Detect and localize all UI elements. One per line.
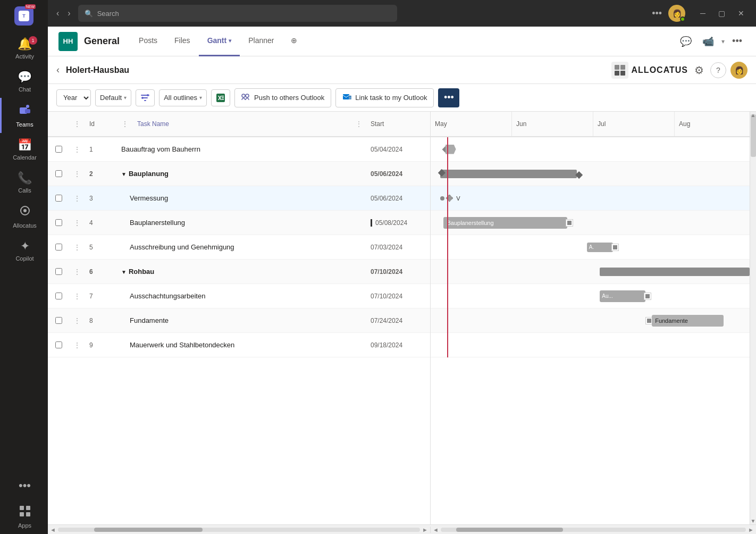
row-7-dots[interactable]: ⋮ — [69, 292, 85, 301]
row-2-dots[interactable]: ⋮ — [69, 170, 85, 178]
sidebar-item-chat[interactable]: 💬 Chat — [0, 65, 48, 98]
more-options-button[interactable]: ••• — [650, 6, 664, 21]
allocatus-brand: ALLOCATUS — [611, 62, 688, 79]
row-7-name: Ausschachtungsarbeiten — [117, 292, 366, 300]
titlebar: ‹ › 🔍 Search ••• 👩 ─ ▢ ✕ — [48, 0, 756, 27]
row-5-dots[interactable]: ⋮ — [69, 243, 85, 252]
gantt-row-3: V — [431, 186, 756, 211]
tab-planner[interactable]: Planner — [240, 27, 282, 56]
teams-icon — [19, 103, 31, 119]
svg-point-20 — [246, 94, 249, 97]
tab-files[interactable]: Files — [166, 27, 199, 56]
sidebar-item-activity[interactable]: 🔔 1 Activity — [0, 32, 48, 65]
scrollbar-thumb-vertical[interactable] — [751, 114, 756, 157]
row-1-start: 05/04/2024 — [366, 146, 430, 153]
sidebar: T NEW 🔔 1 Activity 💬 Chat Teams 📅 Calend… — [0, 0, 48, 534]
video-chevron-icon: ▾ — [721, 38, 725, 45]
video-call-button[interactable]: 📹 — [699, 34, 717, 49]
row-3-checkbox[interactable] — [55, 195, 62, 202]
search-bar[interactable]: 🔍 Search — [78, 5, 397, 22]
app-logo[interactable]: T NEW — [0, 0, 48, 32]
sidebar-item-apps[interactable]: Apps — [0, 500, 48, 534]
row-8-checkbox[interactable] — [55, 317, 62, 324]
link-to-outlook-button[interactable]: Link task to my Outlook — [335, 88, 434, 107]
svg-point-4 — [23, 209, 27, 212]
task-list-header: ⋮ Id ⋮ Task Name ⋮ Start — [48, 112, 430, 137]
settings-button[interactable]: ⚙ — [692, 62, 706, 79]
sidebar-item-teams[interactable]: Teams — [0, 98, 48, 133]
row-5-checkbox[interactable] — [55, 244, 62, 251]
task-row-2: ⋮ 2 ▼Bauplanung 05/06/2024 — [48, 162, 430, 186]
sidebar-item-allocatus[interactable]: Allocatus — [0, 199, 48, 234]
task-scroll-track[interactable] — [58, 528, 420, 532]
svg-rect-10 — [620, 65, 625, 70]
allocatus-label: ALLOCATUS — [632, 65, 688, 75]
scroll-up-icon[interactable]: ▲ — [750, 112, 756, 118]
activity-badge: 1 — [29, 36, 37, 45]
chart-scroll-track[interactable] — [441, 528, 746, 532]
col-name-dots-icon[interactable]: ⋮ — [356, 120, 362, 128]
close-button[interactable]: ✕ — [732, 5, 751, 22]
expand-icon-6[interactable]: ▼ — [121, 269, 127, 275]
help-button[interactable]: ? — [710, 62, 726, 78]
minimize-button[interactable]: ─ — [694, 5, 712, 22]
scroll-right-icon[interactable]: ► — [422, 527, 428, 533]
row-6-dots[interactable]: ⋮ — [69, 268, 85, 276]
chat-header-button[interactable]: 💬 — [677, 34, 695, 49]
tab-gantt[interactable]: Gantt ▾ — [199, 27, 240, 56]
scroll-down-icon[interactable]: ▼ — [750, 518, 756, 524]
channel-header-actions: 💬 📹 ▾ ••• — [677, 34, 745, 49]
tab-posts[interactable]: Posts — [130, 27, 166, 56]
default-select[interactable]: Default ▾ — [95, 89, 131, 106]
toolbar-more-button[interactable]: ••• — [438, 88, 459, 107]
col-dots-2[interactable]: ⋮ — [117, 120, 133, 128]
user-avatar[interactable]: 👩 — [668, 5, 685, 22]
expand-icon-2[interactable]: ▼ — [121, 171, 127, 177]
outlook-icon — [342, 93, 352, 102]
tab-add[interactable]: ⊕ — [282, 27, 306, 56]
excel-export-button[interactable] — [211, 89, 230, 106]
year-select[interactable]: Year — [56, 89, 91, 106]
task-list-scrollbar: ◄ ► — [48, 527, 431, 533]
sidebar-item-calls[interactable]: 📞 Calls — [0, 166, 48, 199]
sidebar-item-copilot[interactable]: ✦ Copilot — [0, 234, 48, 267]
row-7-checkbox[interactable] — [55, 293, 62, 299]
row-4-dots[interactable]: ⋮ — [69, 219, 85, 227]
row-9-dots[interactable]: ⋮ — [69, 341, 85, 349]
chart-scroll-thumb[interactable] — [456, 528, 563, 532]
vertical-scrollbar[interactable]: ▲ ▼ — [750, 112, 756, 524]
sidebar-item-calendar[interactable]: 📅 Calendar — [0, 133, 48, 166]
gantt-user-avatar[interactable]: 👩 — [730, 62, 747, 79]
chart-scroll-left-icon[interactable]: ◄ — [433, 527, 439, 533]
filter-button[interactable] — [136, 89, 155, 106]
outlines-select[interactable]: All outlines ▾ — [159, 89, 207, 106]
row-3-dots[interactable]: ⋮ — [69, 194, 85, 203]
scroll-left-icon[interactable]: ◄ — [50, 527, 56, 533]
calls-icon: 📞 — [18, 171, 32, 185]
row-9-checkbox[interactable] — [55, 341, 62, 348]
header-more-button[interactable]: ••• — [729, 34, 745, 49]
chart-scroll-right-icon[interactable]: ► — [748, 527, 754, 533]
row-4-checkbox[interactable] — [55, 219, 62, 226]
back-button[interactable]: ‹ — [53, 6, 62, 20]
sidebar-item-label: Calls — [18, 187, 31, 194]
sidebar-item-more[interactable]: ••• — [0, 473, 48, 500]
maximize-button[interactable]: ▢ — [712, 5, 732, 22]
task-scroll-thumb[interactable] — [94, 528, 203, 532]
push-to-others-button[interactable]: Push to others Outlook — [234, 88, 331, 107]
row-9-id: 9 — [85, 341, 117, 349]
forward-button[interactable]: › — [64, 6, 73, 20]
row-1-checkbox[interactable] — [55, 146, 62, 153]
project-back-button[interactable]: ‹ — [56, 64, 60, 76]
row-8-dots[interactable]: ⋮ — [69, 316, 85, 325]
gantt-content: ⋮ Id ⋮ Task Name ⋮ Start ⋮ — [48, 112, 756, 524]
row-6-start: 07/10/2024 — [366, 268, 430, 276]
row-6-checkbox[interactable] — [55, 268, 62, 275]
row-9-name: Mauerwerk und Stahlbetondecken — [117, 341, 366, 349]
row-2-checkbox[interactable] — [55, 170, 62, 177]
channel-name: General — [84, 36, 120, 47]
row-1-dots[interactable]: ⋮ — [69, 145, 85, 154]
row-4-start: 05/08/2024 — [366, 219, 430, 227]
col-dots-1[interactable]: ⋮ — [69, 120, 85, 128]
task-row-3: ⋮ 3 Vermessung 05/06/2024 — [48, 186, 430, 211]
